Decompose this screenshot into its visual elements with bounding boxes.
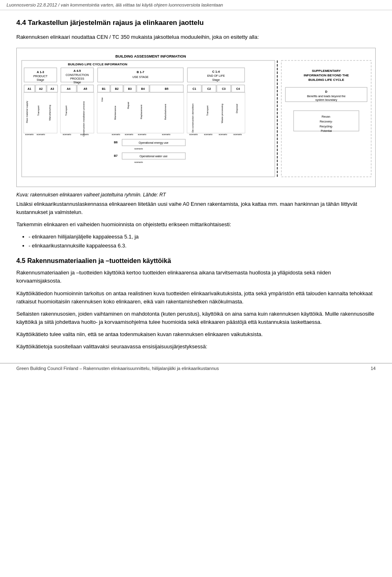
svg-text:De-construction demolition: De-construction demolition bbox=[192, 103, 194, 132]
svg-text:B 1-7: B 1-7 bbox=[137, 70, 144, 74]
svg-text:B2: B2 bbox=[115, 87, 119, 90]
svg-text:scenario: scenario bbox=[37, 133, 45, 136]
body-para2: Tarkemmin elinkaaren eri vaiheiden huomi… bbox=[16, 221, 376, 229]
svg-text:Repair: Repair bbox=[127, 102, 129, 109]
header-bar: Luonnosversio 22.8.2012 / vain kommentoi… bbox=[0, 0, 392, 10]
body-para1: Lisäksi elinkaarikustannuslaskennassa el… bbox=[16, 200, 376, 216]
bullet-text-1: elinkaaren hiilijalanjäljelle kappaleess… bbox=[32, 234, 139, 240]
svg-text:A3: A3 bbox=[51, 87, 54, 90]
svg-text:scenario: scenario bbox=[63, 133, 71, 136]
svg-text:A2: A2 bbox=[39, 87, 43, 90]
svg-rect-95 bbox=[24, 92, 57, 133]
svg-text:scenario: scenario bbox=[204, 133, 213, 136]
svg-text:C4: C4 bbox=[236, 87, 240, 90]
svg-text:D: D bbox=[325, 90, 327, 94]
svg-text:B7: B7 bbox=[114, 154, 118, 157]
svg-text:scenario: scenario bbox=[125, 133, 134, 136]
svg-text:Transport: Transport bbox=[206, 105, 209, 116]
list-item: - elinkaaren hiilijalanjäljelle kappalee… bbox=[29, 233, 376, 241]
bullet-text-2: elinkaarikustannuksille kappaleessa 6.3. bbox=[32, 243, 127, 249]
svg-text:Transport: Transport bbox=[37, 105, 40, 116]
svg-text:C1: C1 bbox=[193, 87, 196, 90]
svg-text:B3: B3 bbox=[128, 87, 132, 90]
svg-text:Operational energy use: Operational energy use bbox=[139, 141, 169, 145]
svg-text:BUILDING LIFE CYCLE INFORMATIO: BUILDING LIFE CYCLE INFORMATION bbox=[68, 62, 127, 66]
main-content: 4.4 Tarkastellun järjestelmän rajaus ja … bbox=[0, 10, 392, 363]
bullet-list: - elinkaaren hiilijalanjäljelle kappalee… bbox=[29, 233, 376, 250]
diagram-caption: Kuva: rakennuksen elinkaaren vaiheet jao… bbox=[16, 192, 376, 198]
svg-text:Manufacturing: Manufacturing bbox=[49, 105, 51, 120]
section-45-para4: Käyttöikätieto tulee valita niin, että s… bbox=[16, 330, 376, 339]
svg-text:A 1-3: A 1-3 bbox=[37, 70, 44, 74]
svg-text:Stage: Stage bbox=[212, 78, 220, 82]
svg-text:system boundary: system boundary bbox=[315, 98, 337, 102]
svg-text:Benefits and loads beyond the: Benefits and loads beyond the bbox=[307, 95, 345, 98]
svg-text:USE STAGE: USE STAGE bbox=[132, 76, 149, 78]
svg-text:C2: C2 bbox=[207, 87, 211, 90]
svg-text:Raw material supply: Raw material supply bbox=[26, 101, 28, 123]
svg-text:Stage: Stage bbox=[74, 81, 81, 84]
svg-text:Replacement: Replacement bbox=[140, 105, 143, 119]
svg-text:Recycling-: Recycling- bbox=[320, 125, 333, 128]
svg-text:Recovery-: Recovery- bbox=[320, 120, 333, 123]
svg-text:scenario: scenario bbox=[234, 133, 242, 136]
svg-text:BUILDING ASSESSMENT INFORMATIO: BUILDING ASSESSMENT INFORMATION bbox=[116, 54, 186, 58]
svg-text:INFORMATION BEYOND THE: INFORMATION BEYOND THE bbox=[304, 74, 349, 77]
svg-text:A5: A5 bbox=[84, 87, 87, 90]
svg-text:END OF LIFE: END OF LIFE bbox=[207, 74, 225, 77]
svg-text:SUPPLEMENTARY: SUPPLEMENTARY bbox=[312, 69, 341, 73]
svg-text:scenario: scenario bbox=[219, 133, 227, 136]
svg-text:B6: B6 bbox=[114, 141, 118, 144]
svg-text:Disposal: Disposal bbox=[236, 104, 238, 113]
bullet-dash: - bbox=[29, 243, 32, 249]
svg-text:A4: A4 bbox=[67, 87, 71, 90]
svg-text:PROCESS: PROCESS bbox=[70, 77, 85, 80]
svg-text:Operational water use: Operational water use bbox=[140, 155, 168, 158]
svg-text:PRODUCT: PRODUCT bbox=[33, 75, 48, 78]
bullet-dash: - bbox=[29, 234, 32, 240]
svg-text:Transport: Transport bbox=[65, 105, 67, 116]
footer-right: 14 bbox=[371, 366, 376, 371]
svg-text:scenario: scenario bbox=[162, 133, 171, 136]
section-44-intro: Rakennuksen elinkaari noudattaa CEN / TC… bbox=[16, 33, 376, 41]
svg-text:Maintenance: Maintenance bbox=[114, 105, 116, 120]
svg-text:Reuse-: Reuse- bbox=[322, 115, 331, 118]
svg-text:Construction installation proc: Construction installation process bbox=[82, 101, 85, 136]
lifecycle-svg: BUILDING ASSESSMENT INFORMATION BUILDING… bbox=[20, 51, 375, 182]
svg-text:scenario: scenario bbox=[138, 133, 147, 136]
svg-text:scenario: scenario bbox=[80, 133, 89, 136]
section-45-para2: Käyttöikätiedon huomioinnin tarkoitus on… bbox=[16, 290, 376, 306]
svg-text:B5: B5 bbox=[165, 87, 169, 90]
svg-text:A 4-5: A 4-5 bbox=[74, 69, 81, 73]
list-item: - elinkaarikustannuksille kappaleessa 6.… bbox=[29, 242, 376, 250]
footer-left: Green Building Council Finland – Rakennu… bbox=[16, 366, 219, 371]
svg-text:Waste processing: Waste processing bbox=[221, 104, 223, 123]
section-45-para3: Sellaisten rakennusosien, joiden vaihtam… bbox=[16, 310, 376, 326]
svg-text:B1: B1 bbox=[102, 87, 106, 90]
svg-text:BUILDING LIFE CYCLE: BUILDING LIFE CYCLE bbox=[308, 78, 344, 82]
svg-text:C3: C3 bbox=[222, 87, 226, 90]
section-45-para5: Käyttöikätietoja suositellaan valittavak… bbox=[16, 343, 376, 351]
svg-text:scenario: scenario bbox=[134, 161, 143, 163]
svg-text:A1: A1 bbox=[28, 87, 31, 90]
footer-bar: Green Building Council Finland – Rakennu… bbox=[0, 363, 392, 373]
svg-text:Refurbishment: Refurbishment bbox=[164, 104, 167, 120]
svg-text:Potential: Potential bbox=[321, 129, 332, 132]
svg-text:B4: B4 bbox=[141, 87, 145, 90]
svg-text:Use: Use bbox=[101, 97, 103, 102]
section-45-para1: Rakennusmateriaalien ja –tuotteiden käyt… bbox=[16, 269, 376, 285]
lifecycle-diagram: BUILDING ASSESSMENT INFORMATION BUILDING… bbox=[16, 48, 376, 187]
svg-text:scenario: scenario bbox=[25, 133, 34, 136]
section-44-title: 4.4 Tarkastellun järjestelmän rajaus ja … bbox=[16, 18, 376, 27]
svg-text:Stage: Stage bbox=[37, 78, 44, 82]
svg-text:scenario: scenario bbox=[189, 133, 198, 136]
svg-text:CONSTRUCTION: CONSTRUCTION bbox=[66, 74, 89, 76]
header-text: Luonnosversio 22.8.2012 / vain kommentoi… bbox=[7, 2, 223, 7]
svg-text:C 1-4: C 1-4 bbox=[212, 70, 220, 74]
svg-text:scenario: scenario bbox=[112, 133, 120, 136]
section-45-title: 4.5 Rakennusmateriaalien ja –tuotteiden … bbox=[16, 257, 376, 265]
svg-text:scenario: scenario bbox=[134, 147, 143, 150]
